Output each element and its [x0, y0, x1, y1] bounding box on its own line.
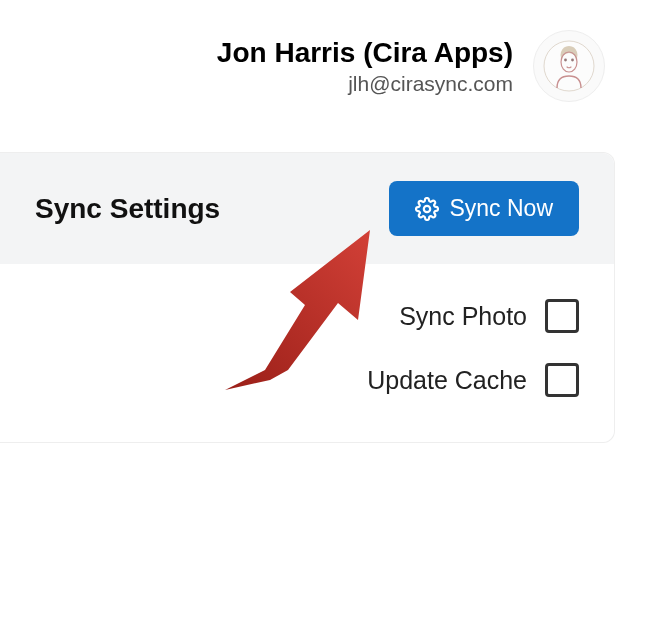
sync-now-button[interactable]: Sync Now [389, 181, 579, 236]
sync-now-label: Sync Now [449, 195, 553, 222]
gear-icon [415, 197, 439, 221]
sync-photo-checkbox[interactable] [545, 299, 579, 333]
user-header: Jon Harris (Cira Apps) jlh@cirasync.com [0, 0, 645, 122]
card-body: Sync Photo Update Cache [0, 264, 614, 442]
user-name: Jon Harris (Cira Apps) [217, 36, 513, 70]
panel-title: Sync Settings [35, 193, 220, 225]
user-email: jlh@cirasync.com [217, 72, 513, 96]
user-info: Jon Harris (Cira Apps) jlh@cirasync.com [217, 36, 513, 96]
svg-point-3 [571, 59, 574, 62]
card-header: Sync Settings Sync Now [0, 153, 614, 264]
option-sync-photo: Sync Photo [35, 299, 579, 333]
update-cache-label: Update Cache [367, 366, 527, 395]
sync-settings-card: Sync Settings Sync Now Sync Photo Update… [0, 152, 615, 443]
svg-point-2 [564, 59, 567, 62]
svg-point-4 [424, 205, 430, 211]
update-cache-checkbox[interactable] [545, 363, 579, 397]
avatar[interactable] [533, 30, 605, 102]
sync-photo-label: Sync Photo [399, 302, 527, 331]
avatar-icon [543, 40, 595, 92]
option-update-cache: Update Cache [35, 363, 579, 397]
